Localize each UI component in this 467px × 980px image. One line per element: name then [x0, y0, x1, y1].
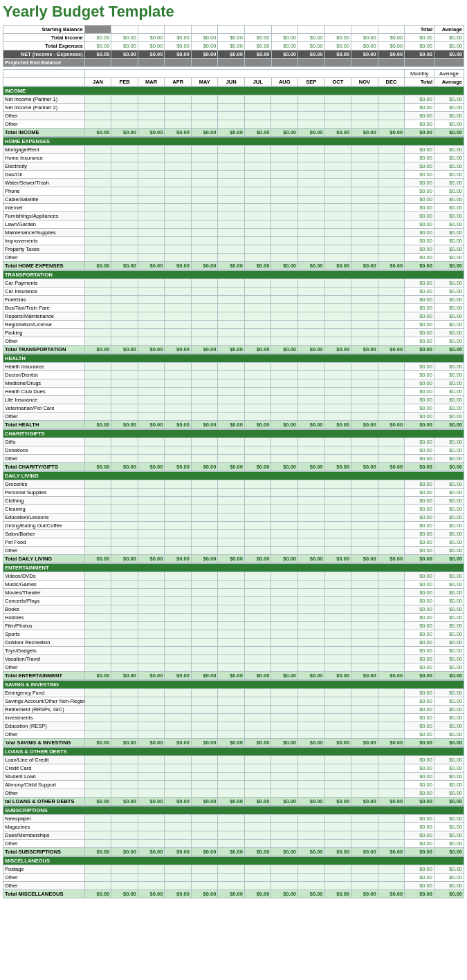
month-cell[interactable]: [378, 714, 405, 722]
month-cell[interactable]: [271, 547, 298, 555]
month-cell[interactable]: [271, 379, 298, 388]
month-cell[interactable]: [84, 882, 111, 890]
month-cell[interactable]: [111, 589, 138, 597]
month-cell[interactable]: [138, 622, 165, 630]
month-cell[interactable]: [218, 379, 245, 388]
month-cell[interactable]: [191, 714, 218, 722]
month-cell[interactable]: [378, 413, 405, 421]
month-cell[interactable]: [111, 647, 138, 655]
month-cell[interactable]: [138, 171, 165, 179]
month-cell[interactable]: [218, 438, 245, 446]
month-cell[interactable]: [378, 279, 405, 288]
month-cell[interactable]: [244, 229, 271, 237]
month-cell[interactable]: [138, 455, 165, 463]
month-cell[interactable]: [191, 622, 218, 630]
month-cell[interactable]: [271, 187, 298, 196]
month-cell[interactable]: [351, 455, 378, 463]
month-cell[interactable]: [84, 773, 111, 781]
month-cell[interactable]: [111, 112, 138, 120]
month-cell[interactable]: [244, 605, 271, 614]
month-cell[interactable]: [244, 288, 271, 296]
month-cell[interactable]: [218, 171, 245, 179]
month-cell[interactable]: [138, 706, 165, 714]
month-cell[interactable]: [191, 146, 218, 154]
month-cell[interactable]: [111, 254, 138, 262]
month-cell[interactable]: [351, 446, 378, 455]
month-cell[interactable]: [138, 639, 165, 647]
month-cell[interactable]: [378, 480, 405, 489]
month-cell[interactable]: [218, 279, 245, 288]
month-cell[interactable]: [378, 254, 405, 262]
month-cell[interactable]: [84, 237, 111, 245]
month-cell[interactable]: [298, 689, 325, 697]
month-cell[interactable]: [138, 781, 165, 789]
month-cell[interactable]: [165, 589, 192, 597]
month-cell[interactable]: [191, 312, 218, 321]
month-cell[interactable]: [324, 663, 351, 672]
month-cell[interactable]: [191, 789, 218, 798]
month-cell[interactable]: [271, 229, 298, 237]
month-cell[interactable]: [138, 773, 165, 781]
month-cell[interactable]: [271, 530, 298, 538]
month-cell[interactable]: [378, 312, 405, 321]
month-cell[interactable]: [351, 279, 378, 288]
month-cell[interactable]: [138, 614, 165, 622]
month-cell[interactable]: [324, 288, 351, 296]
month-cell[interactable]: [351, 104, 378, 112]
month-cell[interactable]: [84, 731, 111, 739]
month-cell[interactable]: [138, 220, 165, 229]
month-cell[interactable]: [378, 647, 405, 655]
month-cell[interactable]: [111, 840, 138, 848]
month-cell[interactable]: [378, 120, 405, 129]
month-cell[interactable]: [84, 312, 111, 321]
month-cell[interactable]: [298, 296, 325, 304]
month-cell[interactable]: [138, 497, 165, 505]
month-cell[interactable]: [244, 379, 271, 388]
month-cell[interactable]: [191, 388, 218, 396]
month-cell[interactable]: [138, 689, 165, 697]
month-cell[interactable]: [138, 112, 165, 120]
month-cell[interactable]: [138, 237, 165, 245]
month-cell[interactable]: [378, 337, 405, 346]
month-cell[interactable]: [378, 689, 405, 697]
month-cell[interactable]: [244, 714, 271, 722]
month-cell[interactable]: [351, 522, 378, 530]
month-cell[interactable]: [271, 120, 298, 129]
month-cell[interactable]: [84, 279, 111, 288]
month-cell[interactable]: [191, 522, 218, 530]
month-cell[interactable]: [324, 179, 351, 187]
month-cell[interactable]: [324, 773, 351, 781]
month-cell[interactable]: [165, 312, 192, 321]
month-cell[interactable]: [297, 179, 324, 187]
month-cell[interactable]: [218, 296, 245, 304]
month-cell[interactable]: [378, 112, 405, 120]
month-cell[interactable]: [111, 756, 138, 764]
month-cell[interactable]: [324, 865, 351, 874]
month-cell[interactable]: [165, 882, 192, 890]
month-cell[interactable]: [138, 154, 165, 162]
month-cell[interactable]: [324, 220, 351, 229]
month-cell[interactable]: [297, 171, 324, 179]
month-cell[interactable]: [191, 697, 218, 706]
month-cell[interactable]: [111, 714, 138, 722]
month-cell[interactable]: [351, 823, 378, 831]
month-cell[interactable]: [191, 489, 218, 497]
month-cell[interactable]: [297, 220, 324, 229]
month-cell[interactable]: [191, 480, 218, 489]
month-cell[interactable]: [111, 689, 138, 697]
month-cell[interactable]: [324, 237, 351, 245]
month-cell[interactable]: [138, 337, 165, 346]
month-cell[interactable]: [111, 371, 138, 379]
month-cell[interactable]: [244, 581, 271, 589]
month-cell[interactable]: [218, 789, 245, 798]
month-cell[interactable]: [298, 840, 325, 848]
month-cell[interactable]: [138, 104, 165, 112]
month-cell[interactable]: [271, 589, 298, 597]
month-cell[interactable]: [191, 614, 218, 622]
month-cell[interactable]: [297, 146, 324, 154]
month-cell[interactable]: [165, 337, 192, 346]
month-cell[interactable]: [111, 480, 138, 489]
month-cell[interactable]: [191, 722, 218, 731]
month-cell[interactable]: [324, 162, 351, 171]
month-cell[interactable]: [165, 179, 192, 187]
